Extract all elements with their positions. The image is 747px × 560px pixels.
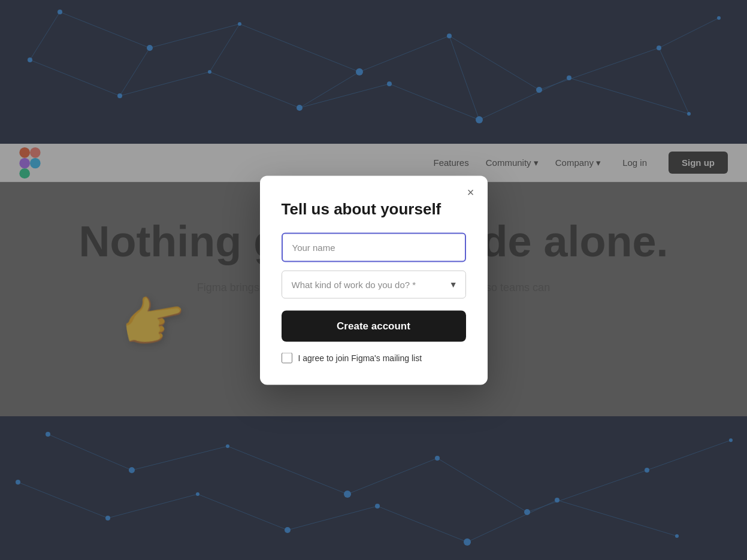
work-type-select[interactable]: What kind of work do you do? * Product D… [282,270,466,298]
mailing-list-label: I agree to join Figma's mailing list [298,353,422,362]
modal-title: Tell us about yourself [282,199,466,218]
name-input[interactable] [282,232,466,262]
modal-close-button[interactable]: × [462,184,479,201]
mailing-list-row: I agree to join Figma's mailing list [282,352,466,363]
mailing-list-checkbox[interactable] [282,352,292,363]
tell-us-modal: × Tell us about yourself What kind of wo… [260,175,488,385]
work-type-select-wrapper: What kind of work do you do? * Product D… [282,270,466,298]
create-account-button[interactable]: Create account [282,310,466,341]
